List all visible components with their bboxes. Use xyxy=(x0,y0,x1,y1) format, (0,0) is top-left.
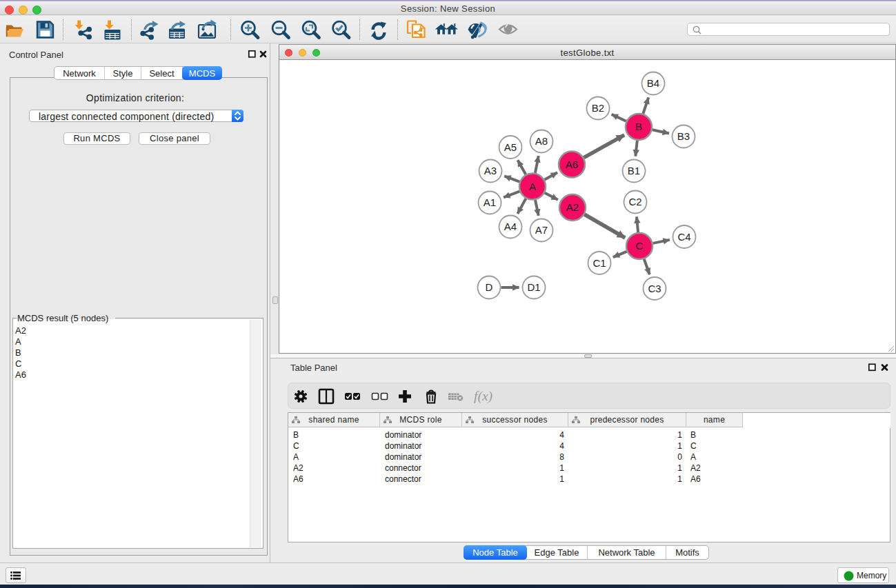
svg-text:A5: A5 xyxy=(504,141,517,153)
svg-text:C: C xyxy=(636,240,644,252)
svg-text:C1: C1 xyxy=(593,257,606,269)
svg-text:A7: A7 xyxy=(535,224,548,236)
svg-text:B: B xyxy=(635,121,642,132)
svg-text:C3: C3 xyxy=(648,283,661,294)
svg-text:A: A xyxy=(529,181,536,192)
svg-text:A6: A6 xyxy=(566,159,578,170)
svg-text:A8: A8 xyxy=(535,135,548,147)
svg-text:A2: A2 xyxy=(566,201,579,213)
svg-text:A1: A1 xyxy=(484,196,496,208)
svg-text:A3: A3 xyxy=(484,165,497,176)
svg-text:D: D xyxy=(486,281,493,293)
svg-text:C4: C4 xyxy=(677,231,690,243)
svg-text:f(x): f(x) xyxy=(474,389,492,404)
svg-text:B1: B1 xyxy=(628,165,640,176)
svg-text:D1: D1 xyxy=(527,281,540,293)
svg-text:B4: B4 xyxy=(647,77,659,89)
svg-text:C2: C2 xyxy=(628,196,641,207)
svg-text:A4: A4 xyxy=(504,221,517,232)
svg-text:B2: B2 xyxy=(592,102,604,114)
svg-text:B3: B3 xyxy=(677,130,690,142)
